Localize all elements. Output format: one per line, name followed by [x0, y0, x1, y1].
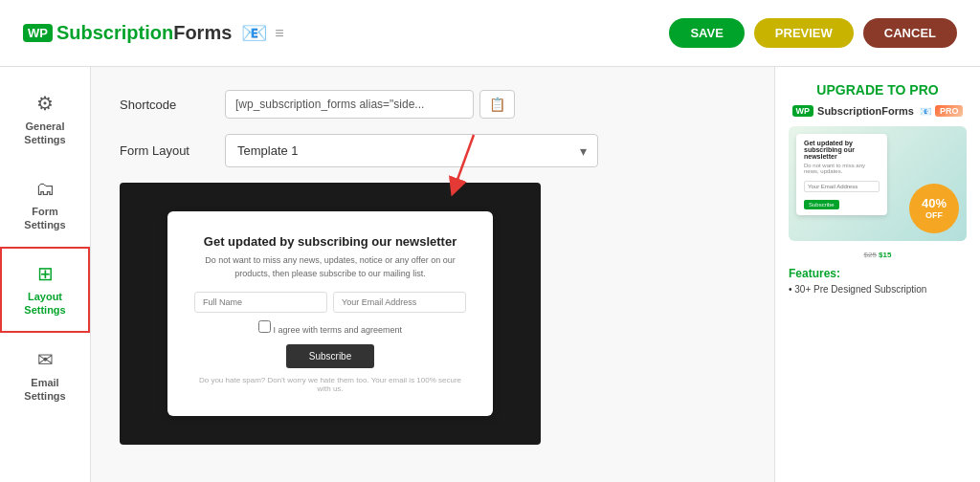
save-button[interactable]: SAVE: [669, 18, 744, 48]
logo: WP SubscriptionForms 📧 ≡: [23, 21, 284, 46]
sidebar-item-form-settings[interactable]: 🗂 FormSettings: [0, 163, 90, 248]
form-layout-label: Form Layout: [120, 143, 225, 158]
red-arrow-icon: [435, 130, 493, 197]
form-footer-text: Do you hate spam? Don't worry we hate th…: [194, 376, 466, 393]
sidebar-item-label: EmailSettings: [24, 376, 65, 404]
envelope-icon: 📧: [241, 21, 267, 46]
promo-left-headline: Get updated by subscribing our newslette…: [804, 140, 880, 160]
logo-text: SubscriptionForms: [56, 22, 232, 44]
new-price: $15: [879, 251, 891, 259]
form-card: Get updated by subscribing our newslette…: [167, 211, 493, 416]
right-panel: UPGRADE TO PRO WP SubscriptionForms 📧 PR…: [774, 67, 980, 482]
sidebar-item-general-settings[interactable]: ⚙ GeneralSettings: [0, 77, 90, 163]
checkbox-row: I agree with terms and agreement: [194, 320, 466, 335]
upgrade-title: UPGRADE TO PRO: [789, 82, 967, 98]
header-buttons: SAVE PREVIEW CANCEL: [669, 18, 957, 48]
preview-button[interactable]: PREVIEW: [754, 18, 854, 48]
email-input[interactable]: [333, 292, 466, 313]
sidebar-item-label: FormSettings: [24, 205, 65, 232]
discount-price-row: $25 $15: [789, 251, 967, 259]
off-label: OFF: [925, 210, 943, 221]
sidebar-item-label: GeneralSettings: [24, 120, 65, 147]
menu-icon: ≡: [275, 25, 283, 42]
shortcode-input-wrap: 📋: [225, 90, 515, 119]
copy-button[interactable]: 📋: [479, 90, 515, 119]
promo-left-card: Get updated by subscribing our newslette…: [796, 134, 887, 215]
promo-image-area: Get updated by subscribing our newslette…: [789, 126, 967, 241]
wp-badge: WP: [23, 24, 53, 42]
pro-logo-text: SubscriptionForms: [817, 105, 914, 117]
shortcode-label: Shortcode: [120, 98, 225, 112]
agree-label: I agree with terms and agreement: [273, 325, 402, 335]
discount-percent: 40%: [922, 196, 947, 211]
sidebar-item-label: LayoutSettings: [24, 290, 65, 318]
form-icon: 🗂: [35, 178, 55, 200]
gear-icon: ⚙: [36, 92, 54, 115]
features-title: Features:: [789, 267, 967, 280]
cancel-button[interactable]: CANCEL: [863, 18, 957, 48]
pro-envelope-icon: 📧: [920, 106, 931, 117]
promo-subscribe-btn[interactable]: Subscribe: [804, 200, 839, 209]
discount-badge: 40% OFF: [909, 184, 959, 233]
form-layout-row: Form Layout Template 1 Template 2 Templa…: [120, 134, 746, 167]
sidebar-item-email-settings[interactable]: ✉ EmailSettings: [0, 333, 90, 419]
form-fields-row: [194, 292, 466, 313]
subscribe-button[interactable]: Subscribe: [286, 344, 374, 368]
layout-icon: ⊞: [37, 262, 54, 285]
svg-line-0: [455, 135, 474, 187]
email-icon: ✉: [37, 348, 54, 371]
pro-logo-wrap: WP SubscriptionForms 📧 PRO: [789, 105, 967, 117]
promo-left-subtext: Do not want to miss any news, updates.: [804, 163, 880, 174]
pro-logo-wp: WP: [792, 105, 814, 117]
pro-badge: PRO: [935, 105, 964, 117]
header: WP SubscriptionForms 📧 ≡ SAVE PREVIEW CA…: [0, 0, 980, 67]
agree-checkbox[interactable]: [258, 320, 271, 333]
old-price: $25: [864, 251, 877, 259]
sidebar: ⚙ GeneralSettings 🗂 FormSettings ⊞ Layou…: [0, 67, 91, 482]
preview-box: Get updated by subscribing our newslette…: [120, 183, 541, 445]
form-card-subtext: Do not want to miss any news, updates, n…: [194, 254, 466, 280]
app-body: ⚙ GeneralSettings 🗂 FormSettings ⊞ Layou…: [0, 67, 980, 482]
form-card-headline: Get updated by subscribing our newslette…: [194, 234, 466, 249]
sidebar-item-layout-settings[interactable]: ⊞ LayoutSettings: [0, 247, 90, 333]
template-select[interactable]: Template 1 Template 2 Template 3: [225, 134, 598, 167]
promo-email-field[interactable]: [804, 181, 880, 192]
template-select-wrap: Template 1 Template 2 Template 3 ▾: [225, 134, 598, 167]
feature-item: 30+ Pre Designed Subscription: [789, 284, 967, 295]
main-content: Shortcode 📋 Form Layout Template 1 Templ…: [91, 67, 774, 482]
full-name-input[interactable]: [194, 292, 327, 313]
shortcode-input[interactable]: [225, 90, 474, 119]
shortcode-row: Shortcode 📋: [120, 90, 746, 119]
